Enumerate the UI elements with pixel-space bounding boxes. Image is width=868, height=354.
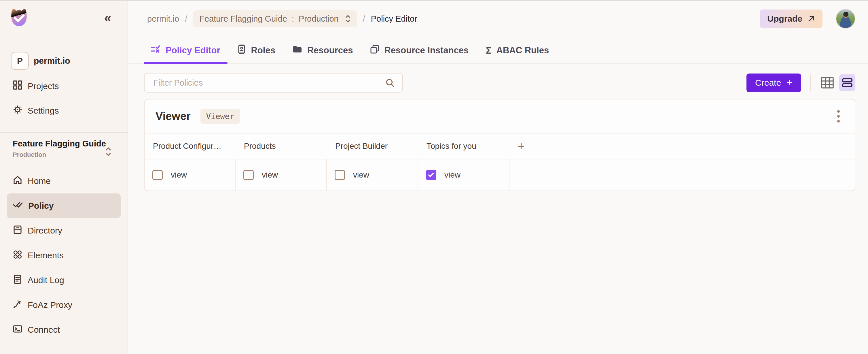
kebab-menu-icon[interactable] xyxy=(833,107,844,125)
role-key-badge: Viewer xyxy=(200,109,240,124)
sidebar-item-connect[interactable]: Connect xyxy=(7,317,121,342)
terminal-icon xyxy=(13,324,23,336)
toolbar-divider xyxy=(810,75,811,91)
tab-label: Roles xyxy=(251,45,275,56)
permission-cell-topics-for-you: view xyxy=(418,159,509,190)
tab-bar: Policy Editor Roles Resources xyxy=(129,37,868,64)
upgrade-label: Upgrade xyxy=(767,14,802,24)
sidebar-item-label: Home xyxy=(28,176,51,186)
view-checkbox[interactable] xyxy=(243,170,254,180)
sidebar-item-label: Policy xyxy=(28,201,54,211)
create-label: Create xyxy=(755,78,781,88)
list-view-toggle-selected[interactable] xyxy=(839,75,855,91)
chevron-up-down-icon xyxy=(104,146,112,158)
permission-label: view xyxy=(353,170,369,180)
projects-grid-icon xyxy=(13,80,23,92)
permission-cell-products: view xyxy=(236,159,327,190)
filter-policies-input[interactable] xyxy=(144,73,403,92)
tab-abac-rules[interactable]: Σ ABAC Rules xyxy=(486,37,549,63)
permission-label: view xyxy=(171,170,187,180)
policy-toolbar: Create + xyxy=(129,73,868,92)
document-lines-icon xyxy=(13,274,23,286)
folder-icon xyxy=(292,45,302,56)
window-top-edge xyxy=(0,0,868,1)
sidebar-item-elements[interactable]: Elements xyxy=(7,243,121,268)
breadcrumb-environment: Production xyxy=(299,14,339,24)
id-badge-icon xyxy=(237,45,246,57)
gear-icon xyxy=(13,105,23,116)
main-area: permit.io / Feature Flagging Guide : Pro… xyxy=(129,0,868,354)
org-initial-badge: P xyxy=(11,52,29,70)
double-check-icon xyxy=(13,201,23,211)
sidebar: « P permit.io Projects xyxy=(0,0,128,354)
sidebar-item-foaz-proxy[interactable]: FoAz Proxy xyxy=(7,293,121,317)
breadcrumb: permit.io / Feature Flagging Guide : Pro… xyxy=(147,10,417,27)
breadcrumb-project: Feature Flagging Guide xyxy=(199,14,287,24)
view-checkbox[interactable] xyxy=(426,170,436,180)
sidebar-item-label: Connect xyxy=(28,325,60,335)
plus-icon: + xyxy=(787,77,793,88)
tab-label: ABAC Rules xyxy=(496,45,549,56)
tab-roles[interactable]: Roles xyxy=(237,37,275,63)
tab-resource-instances[interactable]: Resource Instances xyxy=(370,37,469,63)
permission-cell-project-builder: view xyxy=(327,159,418,190)
breadcrumb-org[interactable]: permit.io xyxy=(147,14,179,24)
permission-cell-product-configurations: view xyxy=(145,159,236,190)
tab-policy-editor[interactable]: Policy Editor xyxy=(150,37,220,63)
top-header: permit.io / Feature Flagging Guide : Pro… xyxy=(129,0,868,37)
sidebar-item-audit-log[interactable]: Audit Log xyxy=(7,268,121,293)
permissions-row: view view view view xyxy=(145,159,855,190)
resource-columns-header: Product Configur… Products Project Build… xyxy=(145,134,855,159)
sidebar-item-policy[interactable]: Policy xyxy=(7,194,121,218)
tab-label: Resources xyxy=(307,45,353,56)
sidebar-item-label: Elements xyxy=(28,250,64,260)
tab-label: Resource Instances xyxy=(384,45,469,56)
sidebar-item-label: Projects xyxy=(28,81,59,91)
copy-pages-icon xyxy=(370,45,379,56)
environment-name: Production xyxy=(13,151,116,158)
permission-label: view xyxy=(444,170,461,180)
breadcrumb-separator: / xyxy=(363,14,365,24)
grid-view-toggle[interactable] xyxy=(820,75,835,91)
user-avatar[interactable] xyxy=(836,9,855,29)
sidebar-item-label: FoAz Proxy xyxy=(28,300,72,310)
directory-cabinet-icon xyxy=(13,225,23,237)
chevron-up-down-icon xyxy=(345,14,351,23)
role-policy-card: Viewer Viewer Product Configur… Products… xyxy=(144,99,855,191)
policy-editor-icon xyxy=(150,45,161,56)
column-header-product-configurations: Product Configur… xyxy=(145,142,236,151)
breadcrumb-project-env-selector[interactable]: Feature Flagging Guide : Production xyxy=(193,10,357,27)
org-name: permit.io xyxy=(34,56,70,66)
arrow-up-right-icon xyxy=(808,15,815,23)
column-header-project-builder: Project Builder xyxy=(327,142,418,151)
breadcrumb-colon: : xyxy=(292,14,294,24)
sidebar-top-nav: Projects Settings xyxy=(0,74,128,123)
column-header-topics-for-you: Topics for you xyxy=(418,142,509,151)
sidebar-item-home[interactable]: Home xyxy=(7,169,121,194)
project-name: Feature Flagging Guide xyxy=(13,139,116,148)
project-environment-selector[interactable]: Feature Flagging Guide Production xyxy=(0,132,128,169)
view-checkbox[interactable] xyxy=(335,170,345,180)
breadcrumb-page: Policy Editor xyxy=(371,14,417,24)
search-icon xyxy=(385,78,395,89)
permission-cell-empty xyxy=(509,159,855,190)
sidebar-item-directory[interactable]: Directory xyxy=(7,218,121,243)
tab-resources[interactable]: Resources xyxy=(292,37,353,63)
role-title: Viewer xyxy=(156,110,191,122)
create-button[interactable]: Create + xyxy=(746,73,801,92)
sidebar-item-label: Settings xyxy=(28,106,59,116)
permit-logo-icon[interactable] xyxy=(7,6,31,29)
sidebar-main-nav: Home Policy Directory xyxy=(0,169,128,342)
org-switcher[interactable]: P permit.io xyxy=(11,52,70,70)
route-arrow-icon xyxy=(13,299,23,311)
upgrade-button[interactable]: Upgrade xyxy=(760,9,823,28)
view-checkbox[interactable] xyxy=(152,170,163,180)
permission-label: view xyxy=(262,170,278,180)
add-resource-plus-icon[interactable]: + xyxy=(509,140,855,152)
sidebar-item-projects[interactable]: Projects xyxy=(7,74,121,98)
tab-label: Policy Editor xyxy=(165,45,220,56)
sidebar-item-settings[interactable]: Settings xyxy=(7,98,121,123)
four-circles-icon xyxy=(13,249,23,262)
breadcrumb-separator: / xyxy=(185,14,187,24)
sidebar-collapse-icon[interactable]: « xyxy=(99,10,116,27)
